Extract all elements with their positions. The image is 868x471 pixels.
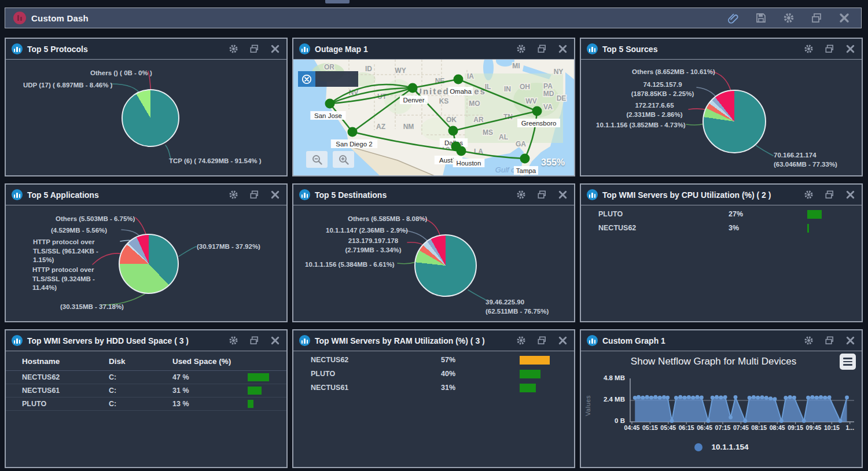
pie-label: 10.1.1.156 (3.852MB - 4.73%) xyxy=(596,121,686,130)
widget-close-icon[interactable] xyxy=(270,335,281,346)
used-space-bar xyxy=(248,400,286,408)
widget-popout-icon[interactable] xyxy=(249,189,260,200)
chart-icon xyxy=(12,189,23,200)
server-row[interactable]: NECTUS62 57% xyxy=(293,354,574,366)
widget-top5-protocols: Top 5 Protocols Others () ( 0B - 0% ) UD… xyxy=(5,38,288,176)
widget-popout-icon[interactable] xyxy=(536,189,547,200)
map-node-label: Greensboro xyxy=(521,120,557,127)
applications-pie[interactable] xyxy=(119,234,179,294)
svg-text:ID: ID xyxy=(365,65,372,73)
widget-close-icon[interactable] xyxy=(270,43,281,54)
map-node-label: San Diego 2 xyxy=(336,141,372,148)
browser-tab-sliver xyxy=(325,0,350,3)
widget-close-icon[interactable] xyxy=(557,189,568,200)
widget-settings-gear-icon[interactable] xyxy=(516,189,527,200)
widget-close-icon[interactable] xyxy=(845,335,856,346)
disk-cell: C: xyxy=(109,373,172,381)
pie-label: 39.46.225.90 (62.511MB - 76.75%) xyxy=(486,298,549,316)
widget-settings-gear-icon[interactable] xyxy=(803,43,814,54)
map-node[interactable] xyxy=(532,106,542,116)
map-zoom-out-button[interactable] xyxy=(306,151,328,168)
widget-close-icon[interactable] xyxy=(270,189,281,200)
widget-close-icon[interactable] xyxy=(557,335,568,346)
map-node[interactable] xyxy=(325,99,335,109)
widget-popout-icon[interactable] xyxy=(824,335,835,346)
chart-icon xyxy=(12,43,23,54)
widget-settings-gear-icon[interactable] xyxy=(803,335,814,346)
server-row[interactable]: NECTUS61 31% xyxy=(293,381,574,394)
server-row[interactable]: PLUTO 40% xyxy=(293,367,574,380)
map-node[interactable] xyxy=(457,146,466,156)
outage-map-canvas[interactable]: ORIDWYMINYNEIAILINOHPAMDDEWVVAKSMONVUTAZ… xyxy=(293,60,574,176)
server-name: NECTUS62 xyxy=(293,356,441,364)
chart-icon xyxy=(12,335,23,346)
widget-popout-icon[interactable] xyxy=(249,43,260,54)
widget-settings-gear-icon[interactable] xyxy=(228,189,239,200)
hostname-cell: NECTUS61 xyxy=(22,387,109,395)
protocols-pie[interactable] xyxy=(122,89,179,147)
settings-gear-icon[interactable] xyxy=(782,12,795,24)
nectus-logo-icon xyxy=(13,12,26,24)
map-dismiss-button[interactable] xyxy=(298,71,315,87)
server-row[interactable]: NECTUS62 3% xyxy=(581,222,862,234)
server-value: 40% xyxy=(441,370,499,378)
widget-popout-icon[interactable] xyxy=(536,43,547,54)
widget-title: Top WMI Servers by CPU Utilization (%) (… xyxy=(602,190,771,200)
server-name: PLUTO xyxy=(581,210,729,218)
widget-settings-gear-icon[interactable] xyxy=(228,43,239,54)
map-node[interactable] xyxy=(448,126,458,136)
map-node-label: Tampa xyxy=(516,167,536,174)
legend[interactable]: 10.1.1.154 xyxy=(581,443,862,451)
close-icon[interactable] xyxy=(838,12,851,24)
widget-close-icon[interactable] xyxy=(845,189,856,200)
windows-restore-icon[interactable] xyxy=(810,12,823,24)
widget-settings-gear-icon[interactable] xyxy=(803,189,814,200)
y-axis-tick: 0 B xyxy=(597,417,625,424)
column-header[interactable]: Used Space (%) xyxy=(172,357,248,366)
map-node[interactable] xyxy=(454,75,464,84)
used-space-cell: 13 % xyxy=(172,400,248,408)
column-header[interactable]: Hostname xyxy=(22,357,109,366)
widget-settings-gear-icon[interactable] xyxy=(228,335,239,346)
server-value: 57% xyxy=(441,356,499,364)
pie-label: Others (5.503MB - 6.75%) xyxy=(56,215,135,224)
map-zoom-in-button[interactable] xyxy=(333,151,354,168)
widget-top5-destinations: Top 5 Destinations Others (6.585MB - 8.0… xyxy=(292,183,575,322)
widget-title: Custom Graph 1 xyxy=(602,336,665,345)
attachment-icon[interactable] xyxy=(727,12,740,24)
server-row[interactable]: PLUTO 27% xyxy=(581,208,862,220)
widget-settings-gear-icon[interactable] xyxy=(516,335,527,346)
widget-popout-icon[interactable] xyxy=(824,43,835,54)
table-row[interactable]: NECTUS62 C: 47 % xyxy=(6,371,286,384)
widget-popout-icon[interactable] xyxy=(824,189,835,200)
widget-popout-icon[interactable] xyxy=(536,335,547,346)
graph-menu-button[interactable] xyxy=(840,354,856,370)
netflow-area-chart[interactable] xyxy=(630,378,859,425)
dashboard-header: Custom Dash xyxy=(5,8,862,28)
table-row[interactable]: NECTUS61 C: 31 % xyxy=(6,384,286,398)
widget-titlebar: Top 5 Protocols xyxy=(6,39,286,60)
map-node[interactable] xyxy=(408,83,418,93)
x-axis-ticks: 04:4505:1505:4506:1506:4507:1507:4508:15… xyxy=(630,424,859,433)
map-node[interactable] xyxy=(348,127,358,137)
sources-pie[interactable] xyxy=(703,90,766,153)
utilization-bar xyxy=(807,224,862,233)
widget-popout-icon[interactable] xyxy=(249,335,260,346)
table-row[interactable]: PLUTO C: 13 % xyxy=(6,398,286,411)
hdd-table-body: Hostname Disk Used Space (%) NECTUS62 C:… xyxy=(6,351,286,467)
column-header[interactable]: Disk xyxy=(109,357,172,366)
chart-icon xyxy=(299,189,310,200)
bar-list-body: NECTUS62 57% PLUTO 40% NECTUS61 31% xyxy=(293,351,574,468)
save-icon[interactable] xyxy=(755,12,767,24)
pie-label: 172.217.6.65 (2.331MB - 2.86%) xyxy=(621,101,687,119)
svg-text:MD: MD xyxy=(543,90,554,98)
destinations-pie[interactable] xyxy=(414,234,477,297)
pie-label: HTTP protocol over TLS/SSL (9.324MB - 11… xyxy=(32,266,95,293)
widget-close-icon[interactable] xyxy=(557,43,568,54)
widget-close-icon[interactable] xyxy=(845,43,856,54)
pie-label: 213.179.197.178 (2.719MB - 3.34%) xyxy=(340,237,406,255)
widget-settings-gear-icon[interactable] xyxy=(516,43,527,54)
map-node[interactable] xyxy=(520,154,530,164)
svg-text:NM: NM xyxy=(403,123,414,131)
y-axis-tick: 2.4 MB xyxy=(597,396,625,403)
